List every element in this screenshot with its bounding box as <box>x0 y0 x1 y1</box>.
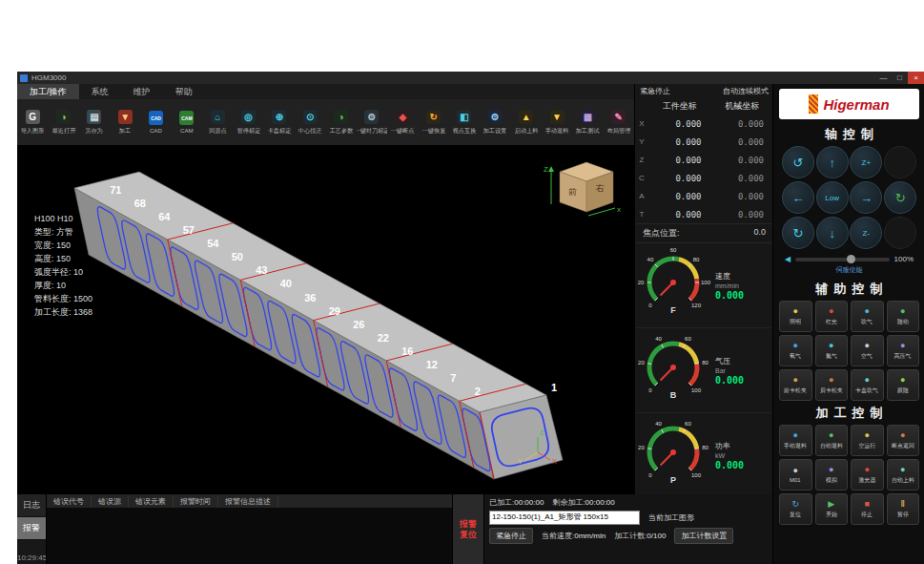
toolbar-button-process-test[interactable]: ▦加工测试 <box>572 99 603 145</box>
proc-button-9[interactable]: ▶开始 <box>815 493 849 525</box>
axis-letter: C <box>635 174 648 182</box>
toolbar-button-one-key-tool-calib[interactable]: ⚙一键对刀标定 <box>357 99 387 145</box>
maximize-button[interactable]: □ <box>892 72 908 84</box>
aux-button-5[interactable]: ●氮气 <box>815 335 849 366</box>
aux-label: 空气 <box>861 351 873 360</box>
toolbar-button-center-alignment[interactable]: ⊙中心找正 <box>295 99 325 145</box>
toolbar-button-start-loading[interactable]: ▲启动上料 <box>511 99 542 145</box>
work-coord-value: 0.000 <box>648 119 711 129</box>
count-settings-button[interactable]: 加工计数设置 <box>674 528 733 544</box>
toolbar-button-cad[interactable]: CADCAD <box>140 99 171 145</box>
viewport-3d[interactable]: 7168645754504340362926221612721 Z 前 右 x … <box>17 145 634 494</box>
axis-letter: Z <box>635 156 648 164</box>
axis-button-rotate-cw[interactable]: ↻ <box>782 217 814 249</box>
proc-button-1[interactable]: ●自动退料 <box>815 425 849 456</box>
override-decrease-button[interactable]: ◀ <box>785 255 791 263</box>
aux-label: 氮气 <box>826 351 837 360</box>
coordinate-rows: X0.0000.000Y0.0000.000Z0.0000.000C0.0000… <box>635 115 773 223</box>
part-info-line: 类型: 方管 <box>34 225 92 239</box>
toolbar-button-recent-open[interactable]: ◑最近打开 <box>48 99 78 145</box>
clock: 10:29:45 <box>17 554 46 564</box>
aux-button-0[interactable]: ●照明 <box>779 301 812 332</box>
aux-button-10[interactable]: ●卡盘吹气 <box>851 369 884 401</box>
svg-text:80: 80 <box>702 445 708 450</box>
aux-button-8[interactable]: ●前卡松夹 <box>779 369 812 401</box>
axis-button-jog-down[interactable]: ↓ <box>816 217 849 249</box>
proc-button-0[interactable]: ●手动退料 <box>779 425 812 456</box>
gauge-unit: mm/min <box>715 282 769 289</box>
aux-button-11[interactable]: ●跟随 <box>887 369 920 401</box>
work-coord-value: 0.000 <box>648 156 711 165</box>
menu-tab-3[interactable]: 帮助 <box>163 84 205 99</box>
proc-button-7[interactable]: ●自动上料 <box>887 459 920 491</box>
axis-button-z-plus[interactable]: Z+ <box>850 146 882 178</box>
aux-button-7[interactable]: ●高压气 <box>887 335 920 366</box>
axis-button-jog-left[interactable]: ← <box>782 181 814 214</box>
toolbar-button-one-key-breakpoint[interactable]: ◈一键断点 <box>387 99 418 145</box>
alarm-col-header: 报警信息描述 <box>218 496 278 507</box>
aux-button-grid: ●照明●红光●吹气●随动●氧气●氮气●空气●高压气●前卡松夹●后卡松夹●卡盘吹气… <box>773 301 924 401</box>
work-coord-value: 0.000 <box>648 192 711 201</box>
machine-coord-header: 机械坐标 <box>711 100 774 113</box>
process-settings-icon: ⚙ <box>488 110 503 124</box>
menu-tab-1[interactable]: 系统 <box>79 84 121 99</box>
toolbar-button-label: 中心找正 <box>298 126 322 135</box>
aux-button-1[interactable]: ●红光 <box>815 301 849 332</box>
axis-button-rotate-ccw[interactable]: ↺ <box>782 146 814 178</box>
axis-button-low-speed[interactable]: Low <box>816 181 849 214</box>
toolbar-button-process[interactable]: ▼加工 <box>110 99 140 145</box>
alarm-table-body[interactable] <box>47 508 452 564</box>
aux-icon-1: ● <box>829 307 833 316</box>
toolbar-button-manual-unload[interactable]: ▼手动退料 <box>542 99 572 145</box>
current-file-field[interactable]: 12-150-150(1)_A1_矩形管 150x15 <box>489 511 640 525</box>
axis-button-jog-right[interactable]: → <box>850 181 882 214</box>
proc-button-grid: ●手动退料●自动退料●空运行●断点返回●M01●模拟●激光器●自动上料↻复位▶开… <box>773 425 924 525</box>
toolbar-button-process-params[interactable]: ◑工艺参数 <box>325 99 356 145</box>
toolbar-button-chuck-calibration[interactable]: ⊕卡盘标定 <box>264 99 295 145</box>
toolbar-button-cam[interactable]: CAMCAM <box>172 99 202 145</box>
alarm-col-header: 报警时间 <box>174 496 218 507</box>
aux-button-9[interactable]: ●后卡松夹 <box>815 369 849 401</box>
toolbar-button-label: CAD <box>150 127 162 133</box>
proc-button-3[interactable]: ●断点返回 <box>887 425 920 456</box>
aux-button-4[interactable]: ●氧气 <box>779 335 812 366</box>
toolbar-button-pause-calibration[interactable]: ◎暂停标定 <box>233 99 263 145</box>
gauge-value: 0.000 <box>715 375 769 386</box>
menu-tab-2[interactable]: 维护 <box>121 84 163 99</box>
override-slider-knob[interactable] <box>847 255 855 263</box>
proc-button-5[interactable]: ●模拟 <box>815 459 849 491</box>
proc-button-4[interactable]: ●M01 <box>779 459 812 491</box>
aux-label: 照明 <box>790 317 801 325</box>
estop-button[interactable]: 紧急停止 <box>489 528 533 544</box>
toolbar-button-go-home[interactable]: ⌂回原点 <box>202 99 233 145</box>
toolbar-button-save-as[interactable]: ▤另存为 <box>79 99 110 145</box>
view-cube[interactable]: Z 前 右 x <box>544 162 621 216</box>
aux-button-3[interactable]: ●随动 <box>887 301 920 332</box>
menu-tab-0[interactable]: 加工/操作 <box>17 84 79 99</box>
proc-button-8[interactable]: ↻复位 <box>779 493 812 525</box>
toolbar-button-view-switch[interactable]: ◧视点互换 <box>449 99 480 145</box>
alarm-reset-button[interactable]: 报警复位 <box>452 494 484 564</box>
axis-button-jog-up[interactable]: ↑ <box>816 146 849 178</box>
app-icon <box>20 74 28 82</box>
minimize-button[interactable]: — <box>875 72 892 84</box>
aux-button-6[interactable]: ●空气 <box>851 335 884 366</box>
axis-button-cycle[interactable]: ↻ <box>884 181 916 214</box>
proc-button-6[interactable]: ●激光器 <box>851 459 884 491</box>
toolbar-button-process-settings[interactable]: ⚙加工设置 <box>480 99 510 145</box>
toolbar-button-layout-manage[interactable]: ✎布局管理 <box>604 99 634 145</box>
override-slider[interactable] <box>795 258 889 261</box>
bottom-tab-0[interactable]: 日志 <box>17 494 46 517</box>
toolbar-button-import-graphic[interactable]: G导入图形 <box>17 99 48 145</box>
proc-button-11[interactable]: Ⅱ暂停 <box>887 493 920 525</box>
axis-jog-grid: ↺↑Z+←Low→↻↻↓Z- <box>773 146 924 249</box>
toolbar-button-label: 一键对刀标定 <box>357 126 387 135</box>
toolbar-button-one-key-restore[interactable]: ↻一键恢复 <box>418 99 448 145</box>
proc-button-10[interactable]: ■停止 <box>851 493 884 525</box>
bottom-tab-1[interactable]: 报警 <box>17 517 46 540</box>
aux-button-2[interactable]: ●吹气 <box>851 301 884 332</box>
axis-button-z-minus[interactable]: Z- <box>850 217 882 249</box>
center-alignment-icon: ⊙ <box>303 110 318 124</box>
proc-button-2[interactable]: ●空运行 <box>851 425 884 456</box>
close-button[interactable]: × <box>908 72 924 84</box>
